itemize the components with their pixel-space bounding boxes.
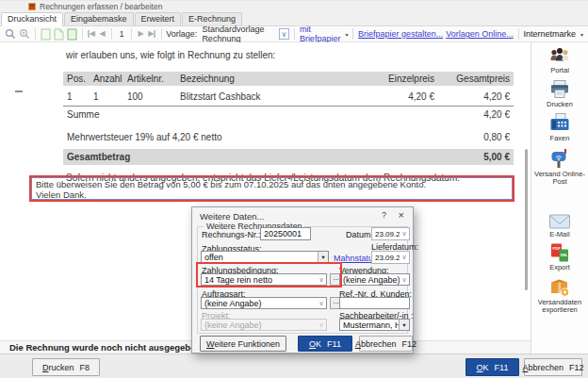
fold-mark (15, 90, 23, 92)
total-value: 5,00 € (438, 149, 514, 165)
last-page-icon[interactable]: ▶ (148, 28, 156, 41)
refnr-input[interactable] (339, 297, 410, 309)
toolbar-separator (294, 28, 295, 40)
toolbar-separator (518, 28, 519, 40)
prev-page-icon[interactable]: ◀ (98, 28, 106, 41)
invoice-intro-text: wir erlauben uns, wie folgt in Rechnung … (66, 50, 514, 60)
tab-erweitert[interactable]: Erweitert (135, 12, 182, 25)
sidebar-item-portal[interactable]: Portal (532, 45, 587, 75)
dialog-abbrechen-button[interactable]: Abbrechen F12 (359, 336, 413, 352)
total-label: Gesamtbetrag (63, 149, 438, 165)
sidebar-item-label: Export (549, 264, 570, 272)
export-pdf-xml-icon: PDF XML (548, 242, 571, 263)
portal-people-icon (548, 45, 571, 66)
chevron-down-icon: ▾ (580, 31, 583, 38)
toolbar: ◀ ◀ 1 ▶ ▶ Vorlage: Standardvorlage Rechn… (0, 26, 588, 42)
sidebar-item-label: Versanddaten exportieren (532, 299, 587, 315)
sidebar-item-versand-online-post[interactable]: Versand Online-Post (532, 147, 587, 187)
ok-button[interactable]: OK F11 (466, 358, 519, 376)
abbrechen-shortcut: F12 (569, 363, 584, 372)
payment-note-line2: Vielen Dank. (36, 189, 508, 200)
sidebar-item-versanddaten-exportieren[interactable]: Versanddaten exportieren (532, 276, 587, 315)
chevron-down-icon: ∨ (400, 230, 409, 238)
lieferdatum-picker[interactable]: 23.09.2025 ∨ (371, 251, 410, 264)
vertical-scrollbar[interactable] (525, 149, 528, 290)
zoom-in-icon[interactable] (19, 28, 30, 41)
sidebar-item-label: E-Mail (549, 231, 569, 239)
col-header: Anzahl (90, 72, 123, 86)
abbrechen-button[interactable]: Abbrechen F12 (524, 358, 582, 376)
action-sidebar: Portal Drucken (531, 42, 588, 353)
total-row: Gesamtbetrag 5,00 € (63, 149, 514, 165)
sidebar-item-drucken[interactable]: Drucken (532, 79, 587, 109)
cell-anzahl: 1 (90, 86, 123, 106)
chevron-down-icon: ∨ (400, 276, 409, 284)
toolbar-separator (111, 28, 112, 40)
next-page-icon[interactable]: ▶ (137, 28, 145, 41)
page-fold-icon[interactable] (54, 28, 64, 41)
tab-druckansicht[interactable]: Druckansicht (1, 12, 63, 26)
page-view-icon[interactable] (41, 28, 51, 41)
email-envelope-icon (548, 213, 571, 230)
tab-bar: Druckansicht Eingabemaske Erweitert E-Re… (0, 12, 588, 26)
status-message: Die Rechnung wurde noch nicht ausgegeben (9, 342, 201, 353)
toolbar-separator (82, 28, 83, 40)
cell-bezeichnung: Blitzstart Cashback (176, 86, 363, 106)
rechnungsnr-label: Rechnungs-Nr.: (202, 230, 261, 239)
vorlage-dropdown-button[interactable]: ∨ (279, 28, 290, 40)
sidebar-item-label: Versand Online-Post (532, 171, 587, 187)
vorlagen-online-link[interactable]: Vorlagen Online... (446, 29, 514, 39)
drucken-button[interactable]: Drucken F8 (32, 358, 100, 376)
page-number: 1 (117, 29, 127, 39)
briefpapier-gestalten-link[interactable]: Briefpapier gestalten... (358, 29, 443, 39)
sidebar-item-email[interactable]: E-Mail (532, 213, 587, 239)
rechnungsnr-input[interactable]: 20250001 (260, 227, 311, 240)
dialog-ok-button[interactable]: OK F11 (298, 336, 352, 352)
dropdown-icon[interactable]: ▼ (318, 252, 328, 263)
vorlage-label: Vorlage: (166, 29, 197, 39)
weitere-daten-dialog: Weitere Daten... ? × Weitere Rechnungsda… (191, 206, 414, 353)
cell-artikelnr: 100 (123, 86, 176, 106)
col-header: Pos. (63, 72, 90, 86)
zahlungsbedingung-select[interactable]: 14 Tage rein netto ∨ (201, 273, 327, 286)
tax-row: Mehrwertsteuer 19% auf 4,20 € netto 0,80… (63, 130, 514, 144)
internetmarke-dropdown[interactable]: Internetmarke (523, 29, 576, 39)
vorlage-value: Standardvorlage Rechnung (202, 25, 271, 43)
dropdown-icon[interactable]: ▼ (399, 320, 409, 330)
first-page-icon[interactable]: ◀ (87, 28, 95, 41)
app-window: Rechnungen erfassen / bearbeiten Druckan… (0, 0, 588, 378)
sidebar-item-faxen[interactable]: Faxen (532, 112, 587, 143)
close-icon[interactable]: × (399, 209, 404, 221)
chevron-down-icon: ∨ (317, 276, 326, 284)
tab-eingabemaske[interactable]: Eingabemaske (64, 12, 134, 25)
sidebar-item-export[interactable]: PDF XML Export (532, 242, 587, 272)
cell-gesamtpreis: 4,20 € (438, 86, 514, 106)
datum-label: Datum: (346, 230, 373, 239)
summe-label: Summe (63, 107, 438, 123)
chevron-down-icon: ∨ (317, 321, 326, 329)
verwendung-select[interactable]: (keine Angabe) ∨ (339, 273, 410, 286)
toolbar-separator (352, 28, 353, 40)
abbrechen-shortcut: F12 (402, 339, 417, 349)
zahlungsstatus-select[interactable]: offen ▼ (201, 251, 329, 264)
tab-e-rechnung[interactable]: E-Rechnung (182, 12, 242, 25)
col-header: Gesamtpreis (438, 72, 514, 86)
svg-text:XML: XML (561, 254, 568, 257)
summe-value: 4,20 € (438, 107, 514, 123)
col-header: Bezeichnung (176, 72, 363, 86)
window-title: Rechnungen erfassen / bearbeiten (40, 2, 162, 11)
invoice-table-header: Pos. Anzahl Artikelnr. Bezeichnung Einze… (63, 72, 514, 86)
auftragsart-select[interactable]: (keine Angabe) ∨ (201, 297, 327, 309)
datum-picker[interactable]: 23.09.2025 ∨ (371, 227, 410, 240)
payment-note-textbox[interactable]: Bitte überweisen Sie den Betrag von 5,00… (31, 177, 513, 200)
weitere-funktionen-button[interactable]: Weitere Funktionen (200, 336, 286, 352)
zoom-out-icon[interactable] (5, 28, 16, 41)
sachbearbeiter-select[interactable]: Mustermann, Hans ▼ (339, 319, 410, 331)
col-header: Einzelpreis (363, 72, 438, 86)
bottom-button-bar: Drucken F8 OK F11 Abbrechen F12 (0, 353, 588, 378)
sidebar-item-label: Portal (550, 67, 569, 75)
page-full-icon[interactable] (67, 28, 77, 41)
help-icon[interactable]: ? (382, 210, 386, 220)
toolbar-separator (131, 28, 132, 40)
briefpapier-mode-dropdown[interactable]: mit Briefpapier (300, 25, 341, 43)
